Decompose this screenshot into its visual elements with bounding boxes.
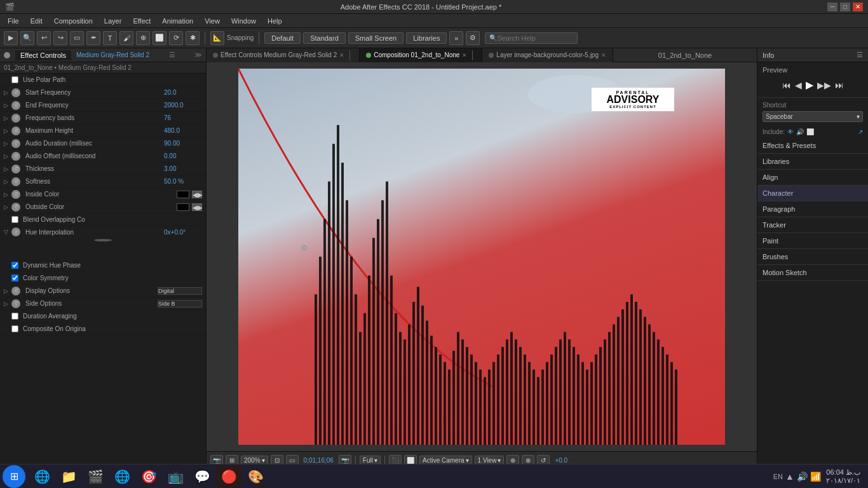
tab-effect-controls[interactable]: Effect Controls Medium Gray-Red Solid 2 … — [207, 48, 360, 62]
inside-color-swatch[interactable] — [177, 191, 189, 198]
menu-layer[interactable]: Layer — [99, 16, 127, 26]
tool-brush[interactable]: 🖌 — [119, 31, 133, 45]
right-panel-menu[interactable]: ☰ — [857, 51, 863, 59]
shortcut-dropdown[interactable]: Spacebar ▾ — [763, 111, 863, 122]
brushes-section[interactable]: Brushes — [757, 249, 868, 265]
menu-animation[interactable]: Animation — [157, 16, 198, 26]
prop-thickness: ▷ ⏱ Thickness 3.00 — [0, 163, 206, 175]
tool-undo[interactable]: ↩ — [37, 31, 51, 45]
start-button[interactable]: ⊞ — [3, 465, 25, 488]
tool-select[interactable]: ▶ — [4, 31, 18, 45]
maximize-button[interactable]: □ — [840, 3, 850, 11]
svg-rect-79 — [666, 355, 668, 445]
tab-label-2: Composition 01_2nd_to_None — [374, 51, 459, 58]
outside-color-swatch[interactable] — [177, 203, 189, 211]
tool-snap[interactable]: 📐 — [210, 31, 224, 45]
tab-layer[interactable]: Layer image-background-color-5.jpg ✕ — [482, 48, 613, 62]
blend-checkbox[interactable] — [11, 216, 18, 223]
display-options-select[interactable]: Digital — [158, 287, 202, 295]
taskbar-volume-icon[interactable]: 🔊 — [797, 471, 808, 482]
svg-rect-37 — [479, 370, 482, 445]
taskbar-app5[interactable]: 📺 — [163, 465, 188, 488]
dynamic-hue-checkbox[interactable] — [11, 262, 18, 269]
taskbar-date: ۲۰۱۸/۱۷/۰۱ — [826, 477, 860, 485]
tool-clone[interactable]: ⊕ — [136, 31, 150, 45]
character-section[interactable]: Character — [757, 186, 868, 201]
stopwatch-icon-5: ⏱ — [11, 139, 20, 148]
preview-play-btn[interactable]: ▶ — [806, 79, 813, 91]
tool-puppet[interactable]: ✱ — [186, 31, 200, 45]
taskbar-media[interactable]: 🎬 — [83, 465, 108, 488]
workspace-small[interactable]: Small Screen — [348, 32, 403, 44]
taskbar-telegram[interactable]: 💬 — [189, 465, 215, 488]
duration-avg-checkbox[interactable] — [11, 313, 18, 320]
composite-checkbox[interactable] — [11, 325, 18, 332]
motion-sketch-section[interactable]: Motion Sketch — [757, 265, 868, 281]
tool-search[interactable]: 🔍 — [20, 31, 34, 45]
polar-path-checkbox[interactable] — [11, 76, 18, 83]
taskbar-download[interactable]: 🎯 — [136, 465, 161, 488]
workspace-standard[interactable]: Standard — [303, 32, 346, 44]
align-section[interactable]: Align — [757, 170, 868, 186]
time-display[interactable]: 0;01;16;06 — [301, 457, 336, 464]
side-options-select[interactable]: Side B — [158, 300, 202, 308]
effect-controls-tab[interactable]: Effect Controls — [15, 50, 71, 60]
tab-close-2[interactable]: ✕ — [462, 52, 467, 58]
viewer-canvas: PARENTAL ADVISORY EXPLICIT CONTENT — [207, 62, 757, 451]
tab-close-1[interactable]: ✕ — [339, 52, 344, 58]
taskbar-chrome[interactable]: 🌐 — [109, 465, 135, 488]
tab-close-3[interactable]: ✕ — [601, 52, 606, 58]
close-button[interactable]: ✕ — [853, 3, 863, 11]
preview-prev-btn[interactable]: ◀ — [795, 80, 802, 90]
taskbar-app7[interactable]: 🔴 — [216, 465, 241, 488]
outside-color-btn[interactable]: ◀▶ — [192, 203, 202, 211]
tool-rect[interactable]: ▭ — [70, 31, 84, 45]
include-render-icon[interactable]: ⬜ — [806, 128, 814, 135]
paragraph-section[interactable]: Paragraph — [757, 201, 868, 217]
settings-btn[interactable]: ⚙ — [466, 31, 480, 45]
panel-menu-btn[interactable]: ☰ — [169, 51, 175, 59]
menu-window[interactable]: Window — [226, 16, 261, 26]
minimize-button[interactable]: ─ — [827, 3, 837, 11]
tracker-section[interactable]: Tracker — [757, 217, 868, 233]
menu-composition[interactable]: Composition — [49, 16, 98, 26]
tool-redo[interactable]: ↪ — [53, 31, 67, 45]
zoom-value: 200% — [244, 457, 261, 464]
workspace-libraries[interactable]: Libraries — [406, 32, 447, 44]
tab-composition[interactable]: Composition 01_2nd_to_None ✕ — [360, 48, 482, 62]
menu-file[interactable]: File — [3, 16, 24, 26]
taskbar-ae[interactable]: 🎨 — [243, 465, 268, 488]
include-more-btn[interactable]: ↗ — [858, 128, 863, 135]
include-eye-icon[interactable]: 👁 — [787, 128, 794, 135]
preview-last-btn[interactable]: ⏭ — [835, 80, 844, 90]
menu-help[interactable]: Help — [262, 16, 287, 26]
preview-first-btn[interactable]: ⏮ — [782, 80, 791, 90]
paint-section[interactable]: Paint — [757, 233, 868, 249]
menu-edit[interactable]: Edit — [25, 16, 48, 26]
shortcut-value: Spacebar — [766, 113, 793, 120]
tool-pen[interactable]: ✒ — [86, 31, 100, 45]
preview-next-btn[interactable]: ▶▶ — [817, 80, 831, 90]
search-input[interactable] — [497, 34, 573, 42]
workspace-default[interactable]: Default — [264, 32, 301, 44]
include-audio-icon[interactable]: 🔊 — [796, 128, 804, 135]
hue-dial[interactable] — [94, 239, 112, 241]
stopwatch-icon-13: ⏱ — [11, 299, 20, 308]
panel-expand-btn[interactable]: ≫ — [194, 51, 202, 59]
color-sym-checkbox[interactable] — [11, 274, 18, 281]
tool-text[interactable]: T — [103, 31, 117, 45]
inside-color-btn[interactable]: ◀▶ — [192, 191, 202, 198]
svg-rect-29 — [444, 362, 446, 445]
menu-effect[interactable]: Effect — [128, 16, 156, 26]
libraries-section[interactable]: Libraries — [757, 154, 868, 170]
menu-view[interactable]: View — [200, 16, 225, 26]
taskbar-ie[interactable]: 🌐 — [29, 465, 55, 488]
workspace-more[interactable]: » — [449, 31, 463, 45]
svg-rect-49 — [532, 370, 535, 445]
taskbar-network-icon[interactable]: 📶 — [810, 471, 821, 482]
tab-sep-2 — [472, 50, 473, 60]
effects-presets-section[interactable]: Effects & Presets — [757, 138, 868, 154]
taskbar-explorer[interactable]: 📁 — [56, 465, 81, 488]
tool-roto[interactable]: ⟳ — [169, 31, 183, 45]
tool-eraser[interactable]: ⬜ — [153, 31, 166, 45]
